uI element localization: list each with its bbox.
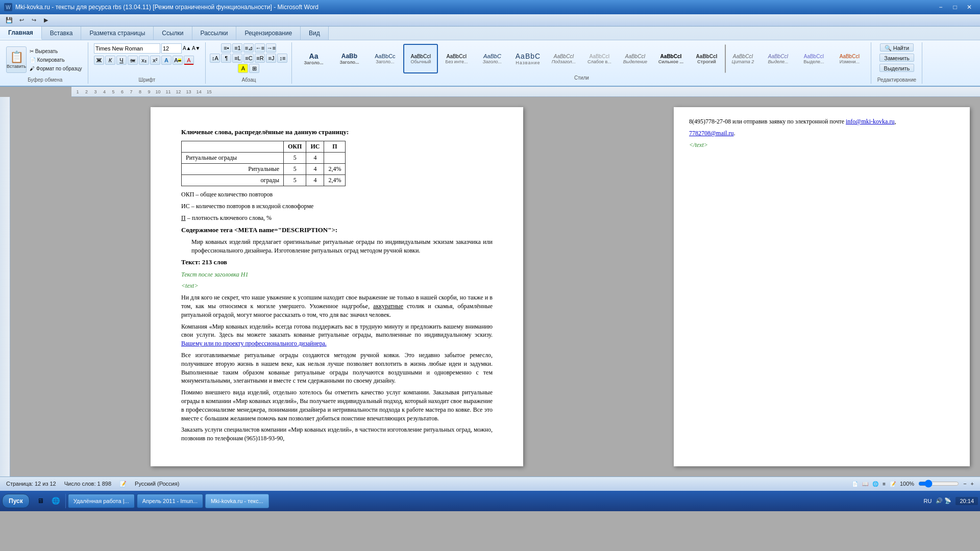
window-controls[interactable]: − □ ✕ <box>934 2 976 12</box>
style-h4[interactable]: AaBbC Заголо... <box>475 44 509 73</box>
styles-content: Аа Заголо... AaBb Заголо... AaBbCc Загол… <box>296 43 867 74</box>
style-emph2[interactable]: AaBbCcI Выделе... <box>761 44 795 73</box>
minimize-button[interactable]: − <box>934 2 947 12</box>
underline-button[interactable]: Ч <box>116 56 127 65</box>
kw-cell: Ритуальные <box>182 164 284 175</box>
tab-review[interactable]: Рецензирование <box>236 27 301 40</box>
tab-references[interactable]: Ссылки <box>154 27 192 40</box>
copy-button[interactable]: 📄 Копировать <box>28 56 84 64</box>
taskbar-item-1[interactable]: Апрель 2011 - Imun... <box>137 494 203 508</box>
align-right-button[interactable]: ≡R <box>255 54 265 63</box>
style-normal[interactable]: AaBbCcI Обычный <box>403 44 438 73</box>
page-container[interactable]: Ключевые слова, распределённые на данную… <box>10 97 664 477</box>
tab-layout[interactable]: Разметка страницы <box>81 27 154 40</box>
ribbon-content: 📋 Вставить ✂ Вырезать 📄 Копировать 🖌 Фор… <box>0 40 980 86</box>
font-size-decrease-btn[interactable]: A▼ <box>192 43 200 53</box>
style-nospace[interactable]: AaBbCcI Без инте... <box>439 44 474 73</box>
shading-button[interactable]: A <box>238 64 248 73</box>
format-painter-button[interactable]: 🖌 Формат по образцу <box>28 64 84 72</box>
link-designer[interactable]: Вашему или по проекту профессионального … <box>181 340 327 347</box>
zoom-slider[interactable] <box>918 480 959 487</box>
superscript-button[interactable]: x² <box>150 56 160 65</box>
font-content: A▲ A▼ Ж К Ч зк x₂ x² A A▬ A <box>94 43 200 76</box>
clipboard-content: 📋 Вставить ✂ Вырезать 📄 Копировать 🖌 Фор… <box>6 43 84 76</box>
style-quote2[interactable]: AaBbCcI Цитата 2 <box>725 44 760 73</box>
horizontal-ruler: 1 2 3 4 5 6 7 8 9 10 11 12 13 14 15 <box>71 87 980 97</box>
style-change[interactable]: AaBbCcI Измени... <box>832 44 867 73</box>
is-cell: 4 <box>306 175 324 186</box>
style-h3[interactable]: AaBbCc Заголо... <box>368 44 402 73</box>
strikethrough-button[interactable]: зк <box>128 56 138 65</box>
right-panel: 8(495)778-27-08 или отправив заявку по э… <box>674 107 970 466</box>
taskbar-item-2[interactable]: Mki-kovka.ru - текс... <box>205 494 269 508</box>
italic-button[interactable]: К <box>105 56 115 65</box>
style-strict[interactable]: AaBbCcI Строгий <box>689 44 724 73</box>
undo-quick-btn[interactable]: ↩ <box>16 16 27 25</box>
bold-button[interactable]: Ж <box>94 56 104 65</box>
decrease-indent-button[interactable]: ←≡ <box>255 43 265 53</box>
redo-quick-btn[interactable]: ↪ <box>29 16 39 25</box>
view-print-btn[interactable]: 📄 <box>852 481 858 487</box>
font-color-button[interactable]: A <box>184 56 194 65</box>
style-h1[interactable]: Аа Заголо... <box>296 44 331 73</box>
tab-home[interactable]: Главная <box>0 27 42 40</box>
zoom-out-icon[interactable]: − <box>963 481 966 487</box>
document-page[interactable]: Ключевые слова, распределённые на данную… <box>151 107 523 466</box>
style-subtle[interactable]: AaBbCcI Слабое в... <box>582 44 617 73</box>
numbering-button[interactable]: ≡1 <box>232 43 242 53</box>
paste-button[interactable]: 📋 Вставить <box>6 46 27 73</box>
font-size-increase-btn[interactable]: A▲ <box>183 43 191 53</box>
align-center-button[interactable]: ≡C <box>243 54 254 63</box>
font-name-input[interactable] <box>94 43 160 54</box>
style-emphasis[interactable]: AaBbCcI Выделение <box>618 44 652 73</box>
text-effects-button[interactable]: A <box>161 56 172 65</box>
email-link-info[interactable]: info@mki-kovka.ru <box>846 118 894 125</box>
increase-indent-button[interactable]: →≡ <box>266 43 276 53</box>
view-full-read-btn[interactable]: 📖 <box>862 481 868 487</box>
email-link-mail[interactable]: 7782708@mail.ru <box>689 130 733 137</box>
right-email: 7782708@mail.ru. <box>689 129 954 138</box>
multilevel-list-button[interactable]: ≡⊿ <box>243 43 254 53</box>
paragraph-content: ≡• ≡1 ≡⊿ ←≡ →≡ ↕A ¶ ≡L ≡C ≡R ≡J ↕≡ A <box>210 43 287 76</box>
align-left-button[interactable]: ≡L <box>232 54 242 63</box>
zoom-in-icon[interactable]: + <box>971 481 974 487</box>
ribbon: Главная Вставка Разметка страницы Ссылки… <box>0 27 980 87</box>
p-cell: 2,4% <box>324 175 346 186</box>
status-spell-check-icon[interactable]: 📝 <box>119 481 127 487</box>
save-quick-btn[interactable]: 💾 <box>4 16 14 25</box>
show-desktop-btn[interactable]: 🖥 <box>34 494 48 508</box>
style-emph3[interactable]: AaBbCcI Выделе... <box>796 44 831 73</box>
run-quick-btn[interactable]: ▶ <box>41 16 51 25</box>
style-title[interactable]: AaBbC Название <box>510 44 545 73</box>
tab-mailings[interactable]: Рассылки <box>192 27 237 40</box>
highlight-button[interactable]: A▬ <box>173 56 183 65</box>
show-marks-button[interactable]: ¶ <box>221 54 231 63</box>
style-subtitle[interactable]: AaBbCcI Подзагол... <box>546 44 581 73</box>
status-left: Страница: 12 из 12 Число слов: 1 898 📝 Р… <box>6 481 179 487</box>
ie-btn[interactable]: 🌐 <box>49 494 63 508</box>
style-strong[interactable]: AaBbCcI Сильное ... <box>653 44 688 73</box>
close-button[interactable]: ✕ <box>963 2 976 12</box>
line-spacing-button[interactable]: ↕≡ <box>277 54 287 63</box>
cut-button[interactable]: ✂ Вырезать <box>28 47 84 55</box>
bullets-button[interactable]: ≡• <box>221 43 231 53</box>
tab-view[interactable]: Вид <box>301 27 329 40</box>
select-button[interactable]: Выделить <box>879 64 915 72</box>
maximize-button[interactable]: □ <box>948 2 962 12</box>
find-button[interactable]: 🔍 Найти <box>880 43 914 52</box>
font-group: A▲ A▼ Ж К Ч зк x₂ x² A A▬ A Шрифт <box>88 42 206 84</box>
sort-button[interactable]: ↕A <box>210 54 220 63</box>
view-web-btn[interactable]: 🌐 <box>872 481 878 487</box>
taskbar-item-0[interactable]: Удалённая работа |... <box>68 494 135 508</box>
tab-insert[interactable]: Вставка <box>42 27 82 40</box>
view-outline-btn[interactable]: ≡ <box>883 481 886 487</box>
font-size-input[interactable] <box>161 43 182 54</box>
justify-button[interactable]: ≡J <box>266 54 276 63</box>
status-language[interactable]: Русский (Россия) <box>135 481 179 487</box>
subscript-button[interactable]: x₂ <box>139 56 149 65</box>
start-button[interactable]: Пуск <box>2 494 30 508</box>
style-h2[interactable]: AaBb Заголо... <box>332 44 366 73</box>
view-draft-btn[interactable]: 📝 <box>890 481 896 487</box>
replace-button[interactable]: Заменить <box>879 54 914 62</box>
borders-button[interactable]: ⊞ <box>249 64 259 73</box>
